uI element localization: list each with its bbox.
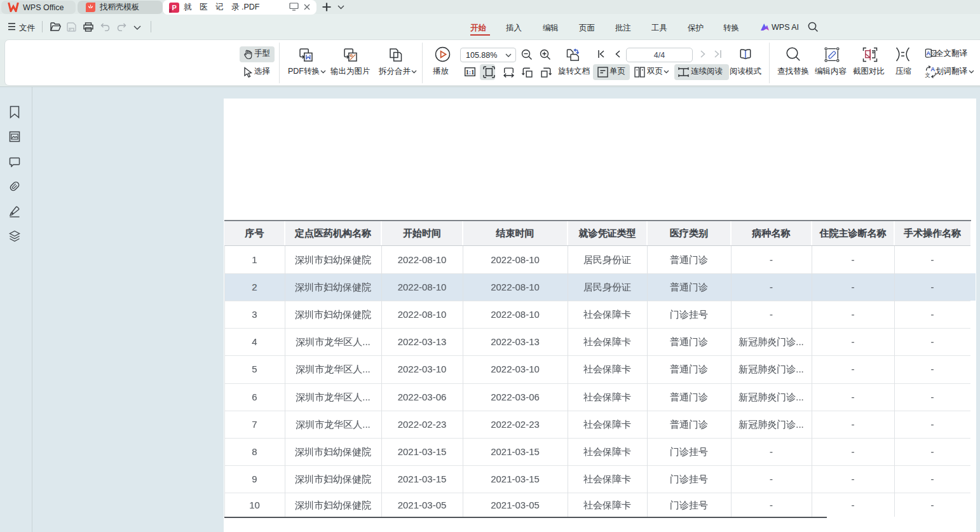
svg-text:A: A (930, 65, 935, 72)
svg-text:P: P (172, 4, 177, 11)
svg-text:A: A (926, 50, 930, 57)
svg-text:1:1: 1:1 (465, 68, 473, 75)
svg-text:文: 文 (925, 72, 930, 78)
